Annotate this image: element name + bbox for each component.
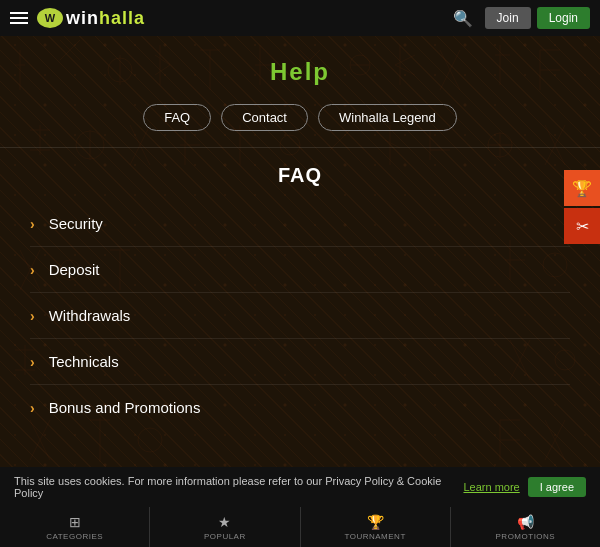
cookie-text: This site uses cookies. For more informa… [14, 475, 455, 499]
trophy-side-button[interactable]: 🏆 [564, 170, 600, 206]
faq-label-technicals: Technicals [49, 353, 119, 370]
chevron-right-icon: › [30, 262, 35, 278]
bottom-nav-categories-label: CATEGORIES [46, 532, 103, 541]
hero-section: Help [0, 36, 600, 104]
bottom-nav-tournament[interactable]: 🏆 TOURNAMENT [301, 507, 451, 547]
navbar-left: W winhalla [10, 7, 145, 29]
login-button[interactable]: Login [537, 7, 590, 29]
cookie-agree-button[interactable]: I agree [528, 477, 586, 497]
megaphone-icon: 📢 [517, 514, 534, 530]
chevron-right-icon: › [30, 216, 35, 232]
faq-item-deposit[interactable]: › Deposit [30, 247, 570, 293]
bottom-nav-categories[interactable]: ⊞ CATEGORIES [0, 507, 150, 547]
svg-point-69 [138, 428, 162, 452]
tab-contact[interactable]: Contact [221, 104, 308, 131]
join-button[interactable]: Join [485, 7, 531, 29]
svg-text:W: W [45, 12, 56, 24]
bottom-navbar: ⊞ CATEGORIES ★ POPULAR 🏆 TOURNAMENT 📢 PR… [0, 507, 600, 547]
logo-icon: W [36, 7, 64, 29]
faq-label-security: Security [49, 215, 103, 232]
logo-container[interactable]: W winhalla [36, 7, 145, 29]
layers-icon: ⊞ [69, 514, 81, 530]
chevron-right-icon: › [30, 354, 35, 370]
search-button[interactable]: 🔍 [447, 7, 479, 30]
faq-label-withdrawals: Withdrawals [49, 307, 131, 324]
tools-side-button[interactable]: ✂ [564, 208, 600, 244]
hero-title: Help [0, 58, 600, 86]
navbar-right: 🔍 Join Login [447, 7, 590, 30]
side-buttons: 🏆 ✂ [564, 170, 600, 244]
bottom-nav-popular-label: POPULAR [204, 532, 246, 541]
tab-buttons: FAQ Contact Winhalla Legend [0, 104, 600, 147]
learn-more-link[interactable]: Learn more [463, 481, 519, 493]
bottom-nav-tournament-label: TOURNAMENT [344, 532, 405, 541]
faq-label-bonus: Bonus and Promotions [49, 399, 201, 416]
faq-item-bonus[interactable]: › Bonus and Promotions [30, 385, 570, 430]
scissors-icon: ✂ [576, 217, 589, 236]
bottom-nav-promotions[interactable]: 📢 PROMOTIONS [451, 507, 600, 547]
logo-text: winhalla [66, 8, 145, 29]
bottom-nav-popular[interactable]: ★ POPULAR [150, 507, 300, 547]
hamburger-menu[interactable] [10, 12, 28, 24]
tournament-trophy-icon: 🏆 [367, 514, 384, 530]
faq-item-withdrawals[interactable]: › Withdrawals [30, 293, 570, 339]
faq-item-technicals[interactable]: › Technicals [30, 339, 570, 385]
section-divider [0, 147, 600, 148]
trophy-icon: 🏆 [572, 179, 592, 198]
star-icon: ★ [218, 514, 231, 530]
faq-item-security[interactable]: › Security [30, 201, 570, 247]
main-content: FAQ › Security › Deposit › Withdrawals ›… [0, 154, 600, 430]
chevron-right-icon: › [30, 308, 35, 324]
tab-winhalla-legend[interactable]: Winhalla Legend [318, 104, 457, 131]
tab-faq[interactable]: FAQ [143, 104, 211, 131]
faq-label-deposit: Deposit [49, 261, 100, 278]
top-navbar: W winhalla 🔍 Join Login [0, 0, 600, 36]
cookie-bar: This site uses cookies. For more informa… [0, 467, 600, 507]
bottom-nav-promotions-label: PROMOTIONS [496, 532, 556, 541]
chevron-right-icon: › [30, 400, 35, 416]
faq-title: FAQ [30, 164, 570, 187]
